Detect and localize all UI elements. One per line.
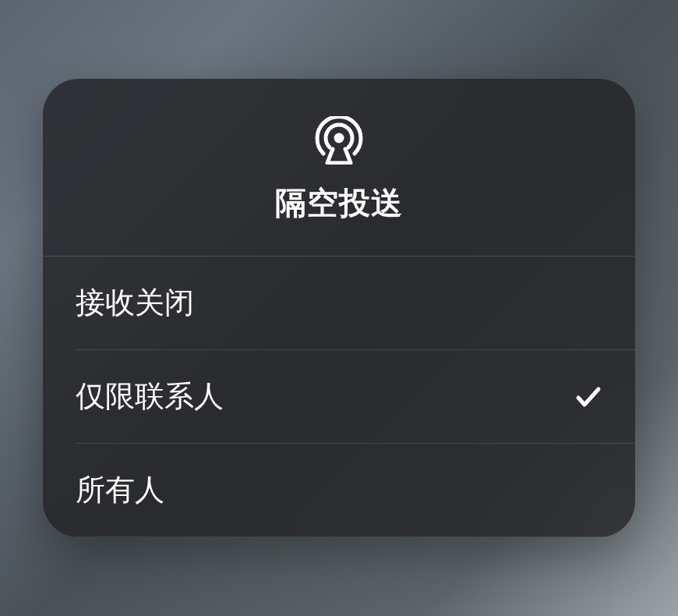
option-label: 仅限联系人 (76, 377, 224, 416)
check-icon (574, 383, 602, 411)
svg-point-0 (334, 133, 344, 143)
airdrop-settings-panel: 隔空投送 接收关闭 仅限联系人 所有人 (43, 79, 635, 537)
option-label: 接收关闭 (76, 283, 194, 323)
option-contacts-only[interactable]: 仅限联系人 (43, 350, 635, 443)
panel-header: 隔空投送 (43, 79, 635, 256)
airdrop-icon (313, 116, 365, 165)
panel-title: 隔空投送 (275, 182, 403, 225)
divider (76, 536, 635, 537)
option-everyone[interactable]: 所有人 (43, 444, 635, 536)
option-receiving-off[interactable]: 接收关闭 (43, 257, 635, 349)
option-label: 所有人 (76, 470, 164, 510)
